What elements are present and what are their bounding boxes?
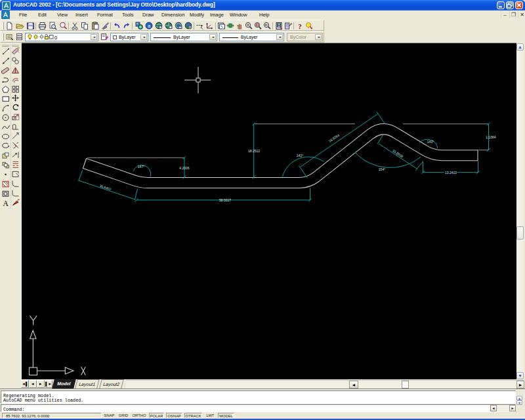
svg-text:140°: 140°	[427, 140, 434, 144]
svg-text:142°: 142°	[297, 154, 303, 158]
svg-text:18.2512: 18.2512	[248, 149, 260, 153]
svg-text:58.5017: 58.5017	[219, 198, 231, 202]
svg-text:147°: 147°	[138, 165, 144, 169]
svg-text:16.8264: 16.8264	[328, 133, 340, 143]
svg-text:13.2410: 13.2410	[445, 171, 457, 175]
svg-text:1.1364: 1.1364	[486, 135, 496, 139]
svg-text:?: ?	[298, 22, 302, 30]
svg-text:4.2006: 4.2006	[179, 166, 190, 170]
svg-text:0: 0	[54, 34, 57, 40]
svg-text:A: A	[3, 199, 9, 208]
svg-text:35.6402: 35.6402	[99, 184, 112, 192]
svg-text:154°: 154°	[379, 167, 385, 171]
